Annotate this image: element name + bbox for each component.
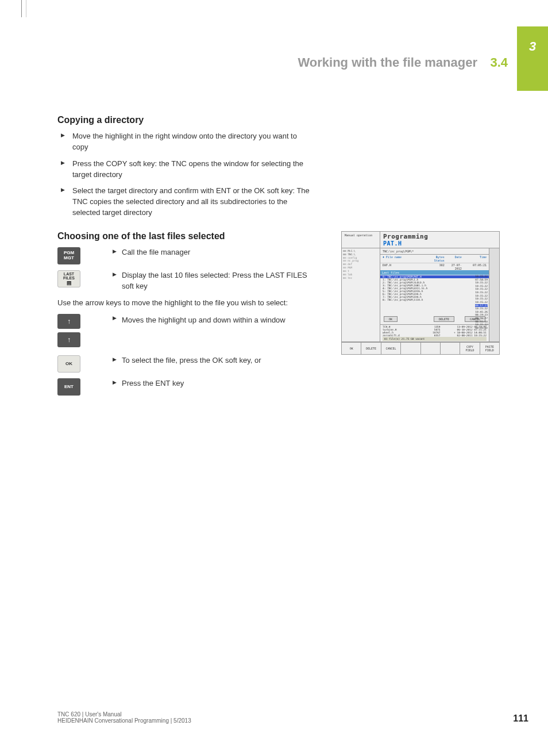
step-item: Select the target directory and confirm … [57, 186, 310, 218]
dialog-delete[interactable]: DELETE [434, 316, 454, 322]
instruction-text: Use the arrow keys to move the highlight… [57, 298, 322, 309]
shot-row: DXF.H 382 27-07-2012 07:05:21 [380, 263, 489, 270]
page-footer: TNC 620 | User's Manual HEIDENHAIN Conve… [57, 711, 528, 724]
col: Time [462, 255, 487, 262]
header-section: 3.4 [490, 55, 508, 70]
date: 10:15:22 [475, 291, 488, 294]
step-text: To select the file, press the OK soft ke… [90, 355, 261, 366]
cell: 27-07-2012 [445, 263, 462, 270]
step-item: Move the highlight in the right window o… [57, 131, 310, 153]
softkey-cancel[interactable]: CANCEL [381, 343, 401, 354]
cell: 07:05:21 [462, 263, 487, 270]
softkey-copy-field[interactable]: COPY FIELD [460, 343, 480, 354]
files-icon: ▤ [67, 281, 72, 286]
date: 08:16:27 [475, 317, 488, 320]
cell: 6557 [421, 334, 441, 337]
footer-line1: TNC 620 | User's Manual [57, 711, 191, 717]
pgm-mgt-key: PGM MGT [57, 247, 80, 264]
arrow-up-key: ↑ [57, 332, 80, 347]
softkey-empty [401, 343, 420, 354]
col: ♦ File name [383, 255, 426, 262]
crop-mark [11, 0, 22, 17]
summary: 81 file(s) 21.75 GB vacant [383, 337, 487, 341]
footer-line2: HEIDENHAIN Conversational Programming | … [57, 717, 191, 724]
date: 10:15:22 [475, 301, 488, 304]
dialog-buttons: OK DELETE CANCEL [380, 314, 489, 324]
arrow-keys: ↑ ↑ [57, 314, 80, 347]
softkey-delete[interactable]: DELETE [361, 343, 381, 354]
step-item: Press the COPY soft key: the TNC opens t… [57, 159, 310, 181]
step-text: Press the ENT key [90, 378, 184, 389]
key-label: LAST FILES [63, 272, 75, 281]
softkey-paste-field[interactable]: PASTE FIELD [480, 343, 499, 354]
shot-tree: ⊟⊡ PLC:\ ⊟⊡ TNC:\ ⊞⊡ config ⊟⊡ nc_prog ⊞… [342, 248, 380, 341]
steps-copy-dir: Move the highlight in the right window o… [57, 131, 500, 218]
ok-softkey: OK [57, 355, 80, 373]
date: 10:15:22 [475, 327, 488, 330]
col: Bytes Status [426, 255, 445, 262]
cell: DXF.H [383, 263, 426, 270]
page-number: 111 [513, 713, 528, 724]
dialog-ok[interactable]: OK [384, 316, 398, 322]
last-files-bar: Last files [380, 270, 489, 275]
softkey-ok[interactable]: OK [342, 343, 361, 354]
crop-mark [26, 0, 26, 17]
shot-subtitle: PAT.H [383, 240, 496, 247]
ent-key: ENT [57, 378, 80, 396]
stat-area: TCH.H135913-09-2012 08:59:06 turbine.H50… [380, 324, 489, 341]
softkey-bar: OK DELETE CANCEL COPY FIELD PASTE FIELD [342, 341, 499, 354]
scrollbar[interactable] [489, 248, 499, 341]
shot-title-text: Programming [383, 233, 428, 240]
dates-column: 10:15:22 07:58:59 10:15:22 10:15:22 10:1… [475, 275, 488, 330]
step-text: Display the last 10 files selected: Pres… [90, 270, 308, 292]
heading-copy-dir: Copying a directory [57, 115, 500, 125]
date: 10:15:22 [475, 275, 488, 278]
step-text: Moves the highlight up and down within a… [90, 314, 285, 326]
shot-columns: ♦ File name Bytes Status Date Time [380, 255, 489, 263]
shot-path: TNC:\nc_prog\PGM\* [380, 248, 489, 255]
col: Date [445, 255, 462, 262]
arrow-up-key: ↑ [57, 314, 80, 329]
chapter-tab: 3 [517, 26, 548, 91]
step-text: Call the file manager [90, 247, 190, 258]
softkey-empty [421, 343, 441, 354]
shot-title: Programming PAT.H [380, 232, 499, 248]
date: 10:15:22 [475, 307, 488, 310]
cell: 382 [426, 263, 445, 270]
date: 10:15:22 [475, 281, 488, 285]
softkey-empty [441, 343, 460, 354]
page-header: Working with the file manager 3.4 [298, 55, 508, 70]
shot-mode: Manual operation [342, 232, 380, 248]
tree-item: ⊞⊡ tnc [343, 277, 379, 280]
file-list: 0: TNC:\nc_prog\PGM\PAT.H 1: TNC:\nc_pro… [380, 275, 489, 302]
file-line: 8: TNC:\nc_prog\PGM\1110.h [380, 298, 489, 301]
cell: 02-08-2011 10:15:22 [441, 334, 487, 337]
screenshot-last-files: Manual operation Programming PAT.H ⊟⊡ PL… [341, 231, 500, 355]
last-files-key: LAST FILES ▤ [57, 270, 80, 287]
cell: zeroshift.d [383, 334, 421, 337]
header-title: Working with the file manager [298, 55, 477, 70]
